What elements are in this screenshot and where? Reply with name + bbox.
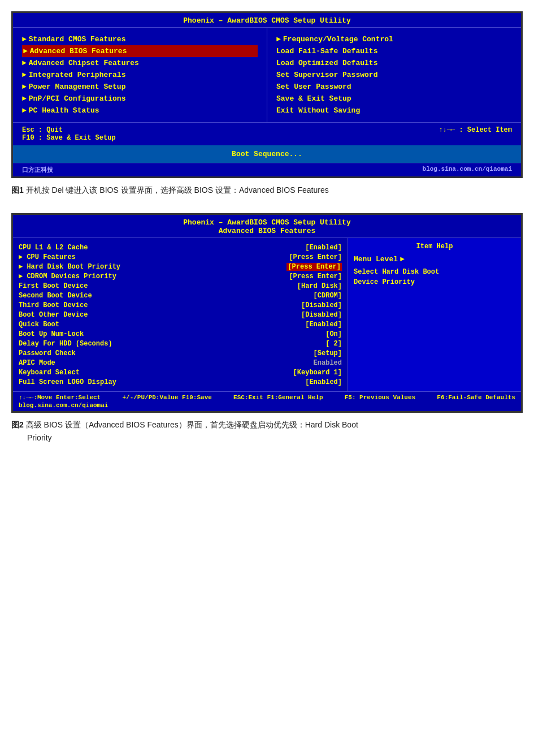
bios2-main: CPU L1 & L2 Cache [Enabled] ► CPU Featur…	[13, 238, 521, 391]
bios1-footer: Esc : Quit F10 : Save & Exit Setup ↑↓→← …	[13, 122, 521, 145]
menu-item-pc-health[interactable]: ► PC Health Status	[22, 105, 258, 116]
menu-item-user-pw[interactable]: Set User Password	[276, 81, 512, 93]
menu-item-integrated[interactable]: ► Integrated Peripherals	[22, 69, 258, 81]
bios2-item-first-boot[interactable]: First Boot Device [Hard Disk]	[19, 281, 342, 291]
item-help-title: Item Help	[354, 243, 515, 250]
menu-item-standard[interactable]: ► Standard CMOS Features	[22, 33, 258, 45]
arrow-icon: ►	[22, 71, 27, 79]
bios2-item-apic[interactable]: APIC Mode Enabled	[19, 358, 342, 368]
bios2-footer: ↑↓→←:Move Enter:Select +/-/PU/PD:Value F…	[13, 391, 521, 411]
arrow-icon: ►	[23, 47, 28, 55]
bios1-subbar: Boot Sequence...	[13, 145, 521, 163]
bios1-right-menu: ► Frequency/Voltage Control Load Fail-Sa…	[267, 28, 521, 122]
menu-item-exit-nosave[interactable]: Exit Without Saving	[276, 105, 512, 116]
menu-item-freq[interactable]: ► Frequency/Voltage Control	[276, 33, 512, 45]
bios2-item-cpu-features[interactable]: ► CPU Features [Press Enter]	[19, 252, 342, 262]
menu-level-row: Menu Level ►	[354, 255, 515, 263]
menu-item-pnp[interactable]: ► PnP/PCI Configurations	[22, 93, 258, 105]
arrow-icon: ►	[22, 94, 27, 103]
bios-screenshot-1: Phoenix – AwardBIOS CMOS Setup Utility ►…	[11, 11, 523, 178]
arrow-icon: ►	[22, 83, 27, 91]
arrow-icon: ►	[22, 35, 27, 44]
menu-item-load-opt[interactable]: Load Optimized Defaults	[276, 57, 512, 69]
bios2-item-logo[interactable]: Full Screen LOGO Display [Enabled]	[19, 377, 342, 387]
menu-item-advanced-bios[interactable]: ► Advanced BIOS Features	[22, 45, 258, 57]
bios1-footer-right: ↑↓→← : Select Item	[439, 126, 512, 142]
bios1-watermark: 口方正科技 blog.sina.com.cn/qiaomai	[13, 163, 521, 176]
bios2-item-boot-other[interactable]: Boot Other Device [Disabled]	[19, 310, 342, 319]
caption-2: 图2 高级 BIOS 设置（Advanced BIOS Features）界面，…	[11, 418, 523, 444]
menu-item-save-exit[interactable]: Save & Exit Setup	[276, 93, 512, 105]
bios2-item-second-boot[interactable]: Second Boot Device [CDROM]	[19, 291, 342, 300]
bios2-settings-list: CPU L1 & L2 Cache [Enabled] ► CPU Featur…	[13, 238, 348, 391]
bios2-item-numlock[interactable]: Boot Up Num-Lock [On]	[19, 329, 342, 339]
bios2-item-hdd-priority[interactable]: ► Hard Disk Boot Priority [Press Enter]	[19, 262, 342, 271]
bios1-left-menu: ► Standard CMOS Features ► Advanced BIOS…	[13, 28, 267, 122]
item-help-text: Select Hard Disk Boot Device Priority	[354, 267, 515, 287]
bios2-item-password[interactable]: Password Check [Setup]	[19, 348, 342, 358]
bios-screenshot-2: Phoenix – AwardBIOS CMOS Setup Utility A…	[11, 213, 523, 413]
bios2-title: Phoenix – AwardBIOS CMOS Setup Utility A…	[13, 215, 521, 238]
menu-item-supervisor[interactable]: Set Supervisor Password	[276, 69, 512, 81]
bios2-item-third-boot[interactable]: Third Boot Device [Disabled]	[19, 300, 342, 310]
menu-item-chipset[interactable]: ► Advanced Chipset Features	[22, 57, 258, 69]
bios2-item-cpu-cache[interactable]: CPU L1 & L2 Cache [Enabled]	[19, 243, 342, 252]
bios2-item-quick-boot[interactable]: Quick Boot [Enabled]	[19, 319, 342, 329]
caption-1: 图1 开机按 Del 键进入该 BIOS 设置界面，选择高级 BIOS 设置：A…	[11, 184, 523, 196]
bios1-footer-left: Esc : Quit F10 : Save & Exit Setup	[22, 126, 116, 142]
arrow-icon: ►	[22, 59, 27, 67]
bios2-item-cdrom-priority[interactable]: ► CDROM Devices Priority [Press Enter]	[19, 271, 342, 281]
menu-item-load-fail[interactable]: Load Fail-Safe Defaults	[276, 45, 512, 57]
bios2-item-keyboard[interactable]: Keyboard Select [Keyboard 1]	[19, 368, 342, 377]
bios2-item-delay-hdd[interactable]: Delay For HDD (Seconds) [ 2]	[19, 339, 342, 348]
bios2-item-help-panel: Item Help Menu Level ► Select Hard Disk …	[348, 238, 521, 391]
arrow-icon: ►	[276, 35, 281, 44]
page-container: Phoenix – AwardBIOS CMOS Setup Utility ►…	[11, 11, 523, 444]
bios1-title: Phoenix – AwardBIOS CMOS Setup Utility	[13, 13, 521, 28]
arrow-icon: ►	[22, 106, 27, 115]
menu-item-power[interactable]: ► Power Management Setup	[22, 81, 258, 93]
bios1-main: ► Standard CMOS Features ► Advanced BIOS…	[13, 28, 521, 122]
